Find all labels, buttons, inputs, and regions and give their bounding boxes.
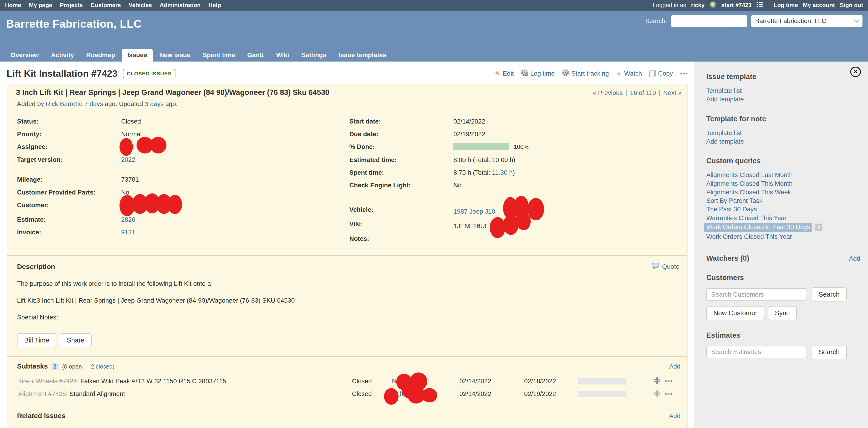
template-list-link[interactable]: Template list — [706, 86, 860, 95]
menu-projects[interactable]: Projects — [60, 2, 83, 8]
sign-out-link[interactable]: Sign out — [840, 2, 863, 8]
issue-position-link[interactable]: 16 of 119 — [630, 89, 656, 96]
menu-customers[interactable]: Customers — [91, 2, 121, 8]
progress-label: 100% — [514, 144, 529, 150]
quote-button[interactable]: Quote — [652, 262, 679, 271]
tab-issue-templates[interactable]: Issue templates — [333, 49, 392, 61]
search-customers-input[interactable] — [706, 288, 807, 301]
delete-query-icon[interactable]: x — [815, 224, 822, 231]
author-link[interactable]: Rick Barrette — [46, 100, 83, 107]
start-tracking-button[interactable]: Start tracking — [562, 69, 609, 78]
tab-gantt[interactable]: Gantt — [242, 49, 269, 61]
estimate-link[interactable]: 2820 — [121, 216, 135, 223]
menu-help[interactable]: Help — [208, 2, 221, 8]
unlink-icon[interactable] — [653, 377, 661, 386]
sidebar: ✕ Issue template Template list Add templ… — [694, 61, 868, 428]
previous-issue-link[interactable]: « Previous — [593, 89, 623, 96]
invoice-link[interactable]: 9121 — [121, 229, 135, 236]
project-tabs: Overview Activity Roadmap Issues New iss… — [5, 49, 392, 61]
attr-assignee: Assignee: h C — [17, 143, 349, 151]
note-template-list-link[interactable]: Template list — [706, 129, 860, 137]
tab-activity[interactable]: Activity — [45, 49, 80, 61]
vehicle-link[interactable]: 1987 Jeep J10 - — [453, 208, 499, 215]
divider — [7, 406, 687, 406]
attr-invoice: Invoice:9121 — [17, 228, 349, 236]
progress-bar — [453, 143, 508, 150]
log-time-link[interactable]: Log time — [774, 2, 798, 8]
menu-my-page[interactable]: My page — [29, 2, 52, 8]
pagination-separator: | — [625, 89, 627, 96]
tab-overview[interactable]: Overview — [5, 49, 44, 61]
description-heading: Description — [17, 263, 55, 270]
custom-query-link[interactable]: The Past 30 Days — [706, 205, 860, 213]
bill-time-button[interactable]: Bill Time — [17, 333, 56, 347]
tab-wiki[interactable]: Wiki — [271, 49, 295, 61]
custom-query-link[interactable]: Alignments Closed This Week — [706, 188, 860, 196]
customers-heading: Customers — [706, 274, 860, 282]
custom-query-link[interactable]: Work Orders Closed This Year — [706, 232, 860, 241]
custom-query-link[interactable]: Alignments Closed This Month — [706, 179, 860, 188]
custom-query-link[interactable]: Sort By Parent Task — [706, 196, 860, 205]
custom-query-link[interactable]: Warranties Closed This Year — [706, 213, 860, 222]
estimates-heading: Estimates — [706, 331, 860, 340]
search-estimates-input[interactable] — [706, 346, 807, 358]
subtask-more-button[interactable]: ••• — [665, 377, 673, 385]
unlink-icon[interactable] — [653, 389, 661, 399]
subtask-assignee-link[interactable]: N — [392, 377, 397, 385]
start-timer-clock-icon[interactable] — [710, 1, 716, 9]
search-estimates-button[interactable]: Search — [812, 345, 847, 359]
tracker-list-icon[interactable] — [756, 2, 763, 9]
menu-administration[interactable]: Administration — [160, 2, 200, 8]
subtask-more-button[interactable]: ••• — [665, 391, 673, 398]
custom-query-link[interactable]: Alignments Closed Last Month — [706, 171, 860, 179]
watch-button[interactable]: ★Watch — [616, 69, 642, 78]
next-issue-link[interactable]: Next » — [663, 89, 682, 96]
add-template-link[interactable]: Add template — [706, 95, 860, 104]
search-customers-button[interactable]: Search — [812, 287, 847, 302]
target-version-link[interactable]: 2022 — [121, 156, 135, 163]
search-input[interactable] — [671, 15, 747, 27]
watchers-heading: Watchers (0) — [706, 254, 749, 262]
menu-home[interactable]: Home — [5, 2, 21, 8]
subtask-due-date: 02/19/2022 — [524, 390, 579, 398]
close-sidebar-icon[interactable]: ✕ — [850, 66, 861, 77]
issue-template-heading: Issue template — [706, 73, 860, 81]
edit-button[interactable]: ✎Edit — [495, 69, 514, 78]
add-subtask-link[interactable]: Add — [669, 363, 680, 370]
tab-new-issue[interactable]: New issue — [154, 49, 196, 61]
logged-in-label: Logged in as — [653, 2, 686, 8]
start-tracker-button[interactable]: start #7423 — [721, 2, 751, 8]
more-actions-button[interactable]: ••• — [680, 70, 688, 77]
description-paragraph: The purpose of this work order is to ins… — [17, 280, 682, 287]
copy-button[interactable]: Copy — [649, 70, 673, 77]
subtask-id-link[interactable]: Tire + Wheels #7424 — [18, 377, 77, 385]
tab-spent-time[interactable]: Spent time — [197, 49, 241, 61]
spent-time-link[interactable]: 11.30 h — [492, 169, 513, 176]
attr-notes: Notes: — [349, 235, 682, 243]
closed-subtasks-link[interactable]: 2 closed — [91, 363, 113, 370]
attr-priority: Priority:Normal — [17, 130, 349, 138]
updated-age-link[interactable]: 3 days — [145, 100, 163, 107]
note-add-template-link[interactable]: Add template — [706, 137, 860, 146]
tab-issues[interactable]: Issues — [122, 49, 153, 61]
tab-roadmap[interactable]: Roadmap — [81, 49, 121, 61]
tab-settings[interactable]: Settings — [296, 49, 332, 61]
log-time-button[interactable]: Log time — [521, 69, 555, 78]
subtasks-heading: Subtasks — [17, 362, 48, 370]
description-paragraph: Special Notes: — [17, 314, 682, 321]
attr-percent-done: % Done:100% — [349, 143, 682, 151]
attr-check-engine-light: Check Engine Light:No — [349, 181, 682, 189]
share-button[interactable]: Share — [60, 333, 92, 347]
my-account-link[interactable]: My account — [803, 2, 835, 8]
subtask-id-link[interactable]: Alignment #7425 — [18, 390, 66, 397]
pencil-icon: ✎ — [495, 69, 500, 78]
add-watcher-link[interactable]: Add — [849, 255, 860, 262]
add-related-issue-link[interactable]: Add — [669, 412, 680, 420]
sync-button[interactable]: Sync — [768, 306, 797, 320]
project-select[interactable]: Barrette Fabrication, LLC — [751, 15, 863, 27]
custom-query-link-selected[interactable]: Work Orders Closed in Past 30 Days — [704, 223, 812, 232]
username-link[interactable]: ricky — [691, 2, 705, 8]
added-age-link[interactable]: 7 days — [84, 100, 103, 107]
new-customer-button[interactable]: New Customer — [706, 306, 765, 320]
menu-vehicles[interactable]: Vehicles — [129, 2, 152, 8]
